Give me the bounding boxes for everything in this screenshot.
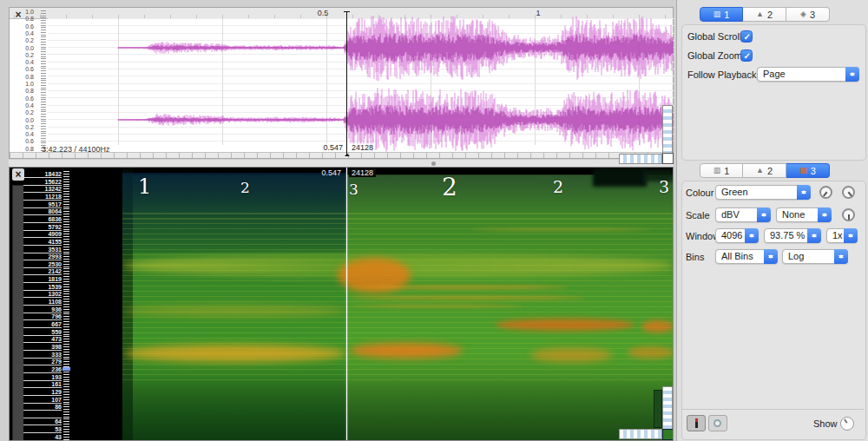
frequency-row: 43 <box>23 433 77 441</box>
frequency-row: 2993 <box>23 253 77 260</box>
frequency-label <box>23 411 62 418</box>
cursor-sample-label: 24128 <box>350 143 373 152</box>
frequency-row: 18432 <box>23 170 77 178</box>
frequency-row: 11218 <box>23 193 77 201</box>
frequency-row: 236 <box>23 365 77 373</box>
vertical-zoom-control[interactable] <box>662 105 673 154</box>
star-icon: ◈ <box>800 10 806 18</box>
show-knob[interactable] <box>840 417 854 431</box>
vertical-zoom-control[interactable] <box>662 386 673 430</box>
playhead-cursor[interactable] <box>346 11 347 156</box>
frequency-row: 1108 <box>23 298 77 306</box>
follow-playback-select[interactable]: Page <box>757 67 859 82</box>
frequency-label: 1108 <box>23 298 62 306</box>
frequency-row: 4155 <box>23 238 77 246</box>
frequency-row: 559 <box>23 328 77 336</box>
scale-extra-select[interactable]: None <box>776 207 832 222</box>
stepper-arrows-icon <box>844 228 858 243</box>
spectrogram-panel: × 18432156221324211218951780646836579249… <box>9 167 674 441</box>
colour-select[interactable]: Green <box>715 185 811 200</box>
tab-analysis-3[interactable]: ▩3 <box>786 163 830 178</box>
selection-marker <box>62 367 70 371</box>
colour-label: Colour <box>686 188 713 198</box>
brightness-knob[interactable] <box>819 186 832 199</box>
analysis-tab-bar: ▥1 ▲2 ▩3 <box>700 163 830 178</box>
frequency-row <box>23 411 77 418</box>
frequency-row: 2142 <box>23 267 77 275</box>
global-zoom-checkbox[interactable] <box>740 49 753 62</box>
frequency-label: 6836 <box>23 215 62 223</box>
frequency-row: 796 <box>23 313 77 320</box>
cursor-time-label: 0.547 <box>299 143 345 152</box>
stepper-arrows-icon <box>834 249 848 264</box>
frequency-label: 9517 <box>23 201 62 208</box>
horizontal-zoom-control[interactable] <box>619 429 662 439</box>
frequency-label: 161 <box>23 380 62 388</box>
stepper-arrows-icon <box>757 207 771 222</box>
playhead-icon <box>695 418 698 428</box>
frequency-label: 193 <box>23 373 62 381</box>
frequency-row: 279 <box>23 358 77 365</box>
window-overlap-select[interactable]: 93.75 % <box>764 228 821 243</box>
bins-select[interactable]: All Bins <box>715 249 778 264</box>
frequency-label: 3531 <box>23 246 62 253</box>
circle-icon <box>713 419 721 427</box>
cursor-tool-button[interactable] <box>687 415 706 431</box>
horizontal-zoom-control[interactable] <box>619 154 662 164</box>
frequency-label: 279 <box>23 358 62 365</box>
frequency-label: 64 <box>23 418 62 425</box>
frequency-row: 1302 <box>23 290 77 298</box>
frequency-label: 398 <box>23 343 62 351</box>
window-size-select[interactable]: 4096 <box>715 228 759 243</box>
zoom-corner-handle[interactable] <box>662 153 674 164</box>
tab-analysis-1[interactable]: ▥1 <box>700 163 743 178</box>
frequency-label: 43 <box>23 433 62 441</box>
scroll-thumb[interactable] <box>654 390 662 428</box>
tab-analysis-2[interactable]: ▲2 <box>743 163 786 178</box>
frequency-label: 333 <box>23 351 62 359</box>
frequency-label: 236 <box>23 365 62 373</box>
frequency-label: 4909 <box>23 230 62 238</box>
frequency-row: 2530 <box>23 260 77 268</box>
contrast-knob[interactable] <box>842 186 855 199</box>
stepper-arrows-icon <box>745 228 759 243</box>
window-mult-select[interactable]: 1x <box>826 228 858 243</box>
frequency-label: 15622 <box>23 178 62 186</box>
frequency-row: 64 <box>23 418 77 425</box>
global-scroll-checkbox[interactable] <box>740 30 753 43</box>
frequency-row: 667 <box>23 320 77 328</box>
frequency-label: 796 <box>23 313 62 320</box>
target-tool-button[interactable] <box>708 415 727 431</box>
bins-label: Bins <box>686 252 704 262</box>
playhead-cursor[interactable] <box>346 168 347 441</box>
bins-scale-select[interactable]: Log <box>782 249 848 264</box>
tab-view-1[interactable]: ▥1 <box>700 7 743 22</box>
sonogram-icon: ▩ <box>799 167 807 174</box>
spectrogram-plot[interactable] <box>122 168 674 441</box>
frequency-label: 4155 <box>23 238 62 246</box>
stepper-arrows-icon <box>818 207 832 222</box>
zoom-corner-handle[interactable] <box>662 429 674 440</box>
scale-knob[interactable] <box>842 208 855 221</box>
close-icon[interactable]: × <box>12 9 24 21</box>
scale-label: Scale <box>686 210 710 220</box>
follow-playback-label: Follow Playback <box>687 69 756 80</box>
frequency-row: 333 <box>23 351 77 359</box>
columns-icon: ▥ <box>713 167 721 174</box>
frequency-row: 4909 <box>23 230 77 238</box>
global-zoom-label: Global Zoom <box>687 50 742 61</box>
stepper-arrows-icon <box>845 67 859 82</box>
scale-select[interactable]: dBV <box>715 207 771 222</box>
frequency-scale[interactable]: 1843215622132421121895178064683657924909… <box>23 168 122 441</box>
tab-view-3[interactable]: ◈3 <box>786 7 830 22</box>
frequency-label: 86 <box>23 403 62 411</box>
frequency-label: 2993 <box>23 253 62 260</box>
tab-view-2[interactable]: ▲2 <box>743 7 786 22</box>
waveform-plot[interactable] <box>10 8 674 160</box>
close-icon[interactable]: × <box>12 168 24 181</box>
level-meter-strip <box>12 185 24 441</box>
splitter-handle-icon[interactable] <box>431 161 436 166</box>
frequency-row: 13242 <box>23 185 77 193</box>
frequency-row: 1819 <box>23 275 77 283</box>
frequency-label: 559 <box>23 328 62 336</box>
